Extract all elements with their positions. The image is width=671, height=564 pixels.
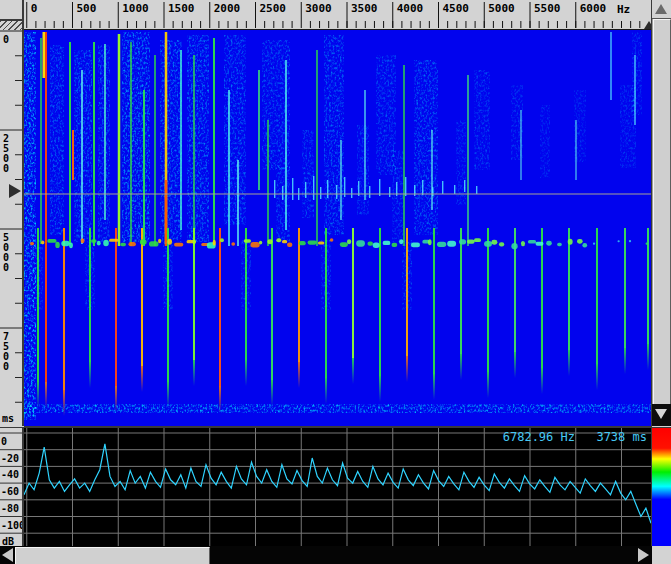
svg-text:5500: 5500 <box>534 2 561 15</box>
frequency-ruler[interactable]: 0500100015002000250030003500400045005000… <box>24 0 651 30</box>
arrow-up-icon <box>655 4 667 14</box>
svg-text:0: 0 <box>3 163 9 174</box>
cursor-frequency-readout: 6782.96 Hz <box>503 430 575 444</box>
svg-text:dB: dB <box>2 536 14 546</box>
scroll-right-button[interactable] <box>636 546 652 564</box>
svg-text:-40: -40 <box>1 469 19 480</box>
svg-text:0: 0 <box>31 2 38 15</box>
cursor-time-readout: 3738 ms <box>596 430 647 444</box>
svg-text:-80: -80 <box>1 503 19 514</box>
db-ruler-ticks: 0-20-40-60-80-100dB <box>0 428 22 546</box>
svg-text:Hz: Hz <box>617 3 630 16</box>
svg-text:1500: 1500 <box>168 2 195 15</box>
pane-sash-handle[interactable] <box>0 21 24 30</box>
scroll-left-button[interactable] <box>0 546 15 564</box>
svg-text:3000: 3000 <box>305 2 332 15</box>
intensity-colorbar <box>652 427 671 547</box>
time-ruler-ticks: 0250050007500ms <box>0 30 22 426</box>
svg-text:4000: 4000 <box>397 2 424 15</box>
arrow-right-icon <box>638 548 649 562</box>
svg-text:3500: 3500 <box>351 2 378 15</box>
spectrogram-display[interactable] <box>24 30 651 427</box>
svg-text:0: 0 <box>3 34 9 45</box>
frequency-ruler-ticks: 0500100015002000250030003500400045005000… <box>24 0 651 29</box>
vertical-scrollbar-thumb[interactable] <box>653 19 671 405</box>
scroll-down-button[interactable] <box>652 404 671 426</box>
svg-text:-60: -60 <box>1 486 19 497</box>
time-ruler[interactable]: 0250050007500ms <box>0 30 24 426</box>
svg-text:6000: 6000 <box>580 2 607 15</box>
app-window: 0500100015002000250030003500400045005000… <box>0 0 671 564</box>
spectrogram-image <box>24 30 651 426</box>
svg-text:0: 0 <box>3 262 9 273</box>
svg-text:0: 0 <box>1 436 7 447</box>
horizontal-scrollbar-thumb[interactable] <box>15 547 210 564</box>
svg-text:2000: 2000 <box>214 2 241 15</box>
scroll-up-button[interactable] <box>652 0 671 19</box>
svg-text:1000: 1000 <box>122 2 149 15</box>
db-ruler[interactable]: 0-20-40-60-80-100dB <box>0 427 24 546</box>
svg-text:5000: 5000 <box>488 2 515 15</box>
arrow-left-icon <box>2 548 13 562</box>
arrow-down-icon <box>655 409 667 419</box>
svg-text:0: 0 <box>3 361 9 372</box>
svg-text:500: 500 <box>77 2 97 15</box>
vertical-scrollbar[interactable] <box>652 0 671 426</box>
svg-text:ms: ms <box>2 413 14 424</box>
horizontal-scrollbar[interactable] <box>0 546 652 564</box>
svg-text:-20: -20 <box>1 453 19 464</box>
spectrum-plot <box>24 428 651 546</box>
svg-text:2500: 2500 <box>260 2 287 15</box>
svg-text:-100: -100 <box>1 520 22 531</box>
svg-text:4500: 4500 <box>443 2 470 15</box>
time-cursor-marker-icon <box>9 184 21 198</box>
ruler-corner-box <box>0 0 24 21</box>
spectrum-display[interactable]: 6782.96 Hz 3738 ms <box>24 427 651 546</box>
scrollbar-corner-box <box>652 546 671 564</box>
